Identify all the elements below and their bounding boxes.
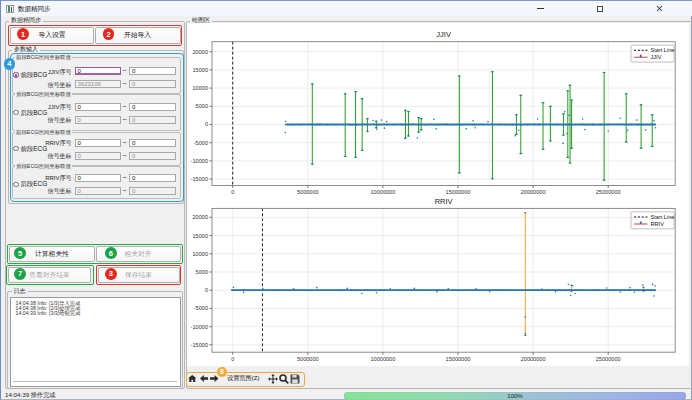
field-input[interactable]: 0 <box>129 103 176 111</box>
field-label: 信号坐标 <box>44 187 72 196</box>
toolbar-back-button[interactable] <box>198 373 209 385</box>
toolbar-zoom-button[interactable] <box>278 373 289 385</box>
field-input[interactable]: 0 <box>129 116 176 124</box>
field-label: RRIV序号 <box>44 139 72 148</box>
tilde-label: ~ <box>123 80 127 87</box>
field-input[interactable]: 0 <box>129 152 176 160</box>
pan-icon <box>268 374 278 384</box>
field-input[interactable]: 0 <box>75 187 122 195</box>
toolbar-forward-button[interactable] <box>209 373 220 385</box>
field-input[interactable]: 0 <box>75 152 122 160</box>
field-label: 信号坐标 <box>44 81 72 90</box>
import-settings-button[interactable]: 导入设置 <box>10 27 94 44</box>
field-label: JJIV序号 <box>44 68 72 77</box>
tilde-label: ~ <box>123 174 127 181</box>
param-subgroup-title: 后段ECG区间坐标取值 <box>15 163 72 169</box>
field-input[interactable]: 0 <box>75 67 122 75</box>
title-bar: 数据精同步 <box>1 1 692 16</box>
app-icon <box>6 5 14 13</box>
close-button[interactable] <box>647 1 671 15</box>
log-box[interactable]: 14:04:38 Info: (1/3)导入完成 14:04:38 Info: … <box>10 297 181 387</box>
tilde-label: ~ <box>123 67 127 74</box>
param-group-title: 参数输入 <box>12 46 40 53</box>
maximize-button[interactable] <box>587 1 611 15</box>
radio-前段BCG[interactable] <box>13 72 19 78</box>
field-label: JJIV序号 <box>44 103 72 112</box>
field-input[interactable]: 0 <box>129 139 176 147</box>
radio-后段ECG[interactable] <box>13 182 19 188</box>
progress-bar: 100% <box>344 392 686 400</box>
magnifier-icon <box>279 374 289 384</box>
field-input[interactable]: 0 <box>75 103 122 111</box>
field-input[interactable]: 0 <box>129 174 176 182</box>
view-align-result-button[interactable]: 查看对齐结果 <box>8 267 91 283</box>
minimize-icon <box>537 8 544 9</box>
field-input[interactable]: 0 <box>129 80 176 88</box>
home-icon <box>188 375 197 383</box>
log-scrollbar[interactable] <box>13 381 177 382</box>
field-label: 信号坐标 <box>44 152 72 161</box>
app-window: 数据精同步 数据精同步 导入设置 开始导入 参数输入 前段BCG区间坐标取值 前… <box>0 0 692 400</box>
back-arrow-icon <box>200 375 209 382</box>
toolbar-home-button[interactable] <box>187 373 198 385</box>
tilde-label: ~ <box>123 116 127 123</box>
param-subgroup-title: 后段BCG区间坐标取值 <box>15 91 72 97</box>
status-text: 14:04:39 操作完成 <box>5 391 56 400</box>
figure-canvas[interactable] <box>187 23 689 366</box>
param-subgroup-title: 前段ECG区间坐标取值 <box>15 129 72 135</box>
toolbar-save-button[interactable] <box>289 373 300 385</box>
left-panel-group-title: 数据精同步 <box>9 17 43 24</box>
radio-前段ECG[interactable] <box>13 146 19 152</box>
maximize-icon <box>597 6 604 13</box>
param-subgroup-title: 前段BCG区间坐标取值 <box>15 54 72 60</box>
field-input[interactable]: 0 <box>75 174 122 182</box>
field-input[interactable]: 0 <box>75 139 122 147</box>
toolbar-pan-button[interactable] <box>267 373 278 385</box>
radio-后段BCG[interactable] <box>13 110 19 116</box>
field-input[interactable]: 0 <box>75 116 122 124</box>
tilde-label: ~ <box>123 187 127 194</box>
field-input[interactable]: 0 <box>129 187 176 195</box>
field-input[interactable]: 0 <box>129 67 176 75</box>
log-line: 14:04:39 Info: (3/3)绘制完成 <box>16 311 81 316</box>
compute-correlation-button[interactable]: 计算相关性 <box>9 246 95 262</box>
save-icon <box>290 374 300 384</box>
minimize-button[interactable] <box>528 1 552 15</box>
tilde-label: ~ <box>123 103 127 110</box>
field-input[interactable]: 3623106 <box>75 80 122 88</box>
correlate-align-button[interactable]: 相关对齐 <box>96 246 181 262</box>
log-group-title: 日志 <box>12 288 28 295</box>
toolbar-set-range-button[interactable]: 设置范围(Z) <box>227 373 260 385</box>
field-label: 信号坐标 <box>44 116 72 125</box>
save-result-button[interactable]: 保存结果 <box>98 267 180 283</box>
start-import-button[interactable]: 开始导入 <box>95 27 181 44</box>
tilde-label: ~ <box>123 152 127 159</box>
forward-arrow-icon <box>210 375 219 382</box>
tilde-label: ~ <box>123 139 127 146</box>
field-label: RRIV序号 <box>44 174 72 183</box>
progress-label: 100% <box>344 393 686 399</box>
window-title: 数据精同步 <box>18 5 51 14</box>
